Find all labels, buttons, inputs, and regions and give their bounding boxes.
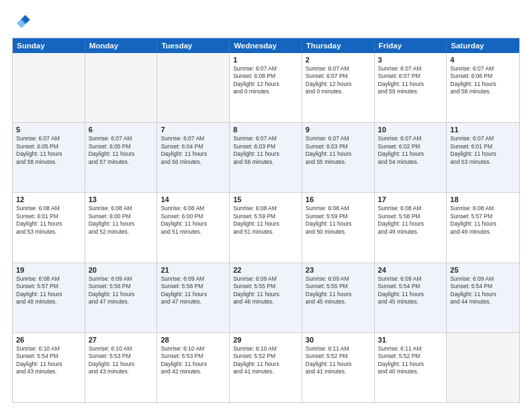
day-info-20: Sunrise: 6:09 AMSunset: 5:56 PMDaylight:…: [89, 275, 154, 306]
empty-cell-4-6: [447, 333, 519, 402]
day-cell-13: 13Sunrise: 6:08 AMSunset: 6:00 PMDayligh…: [85, 193, 158, 262]
day-info-14: Sunrise: 6:08 AMSunset: 6:00 PMDaylight:…: [161, 205, 226, 236]
day-info-1: Sunrise: 6:07 AMSunset: 6:08 PMDaylight:…: [233, 65, 298, 96]
day-info-30: Sunrise: 6:11 AMSunset: 5:52 PMDaylight:…: [306, 345, 371, 376]
day-cell-11: 11Sunrise: 6:07 AMSunset: 6:01 PMDayligh…: [447, 123, 519, 192]
day-cell-4: 4Sunrise: 6:07 AMSunset: 6:06 PMDaylight…: [447, 53, 519, 122]
day-info-22: Sunrise: 6:09 AMSunset: 5:55 PMDaylight:…: [233, 275, 298, 306]
day-cell-24: 24Sunrise: 6:09 AMSunset: 5:54 PMDayligh…: [375, 263, 447, 332]
day-cell-10: 10Sunrise: 6:07 AMSunset: 6:02 PMDayligh…: [375, 123, 447, 192]
day-number-31: 31: [378, 336, 443, 344]
day-number-11: 11: [450, 126, 516, 134]
day-number-8: 8: [233, 126, 298, 134]
day-cell-12: 12Sunrise: 6:08 AMSunset: 6:01 PMDayligh…: [13, 193, 85, 262]
day-info-15: Sunrise: 6:08 AMSunset: 5:59 PMDaylight:…: [233, 205, 298, 236]
day-info-3: Sunrise: 6:07 AMSunset: 6:07 PMDaylight:…: [378, 65, 443, 96]
calendar-row-0: 1Sunrise: 6:07 AMSunset: 6:08 PMDaylight…: [13, 53, 519, 122]
header-day-thursday: Thursday: [302, 38, 375, 53]
header-day-tuesday: Tuesday: [157, 38, 230, 53]
calendar-row-1: 5Sunrise: 6:07 AMSunset: 6:05 PMDaylight…: [13, 122, 519, 192]
page: SundayMondayTuesdayWednesdayThursdayFrid…: [0, 0, 532, 411]
day-cell-25: 25Sunrise: 6:09 AMSunset: 5:54 PMDayligh…: [447, 263, 519, 332]
day-number-22: 22: [233, 266, 298, 274]
day-info-18: Sunrise: 6:08 AMSunset: 5:57 PMDaylight:…: [450, 205, 516, 236]
day-cell-22: 22Sunrise: 6:09 AMSunset: 5:55 PMDayligh…: [230, 263, 302, 332]
day-number-26: 26: [16, 336, 81, 344]
day-info-10: Sunrise: 6:07 AMSunset: 6:02 PMDaylight:…: [378, 135, 443, 166]
logo-icon: [12, 12, 31, 31]
day-number-15: 15: [233, 195, 298, 203]
day-info-19: Sunrise: 6:08 AMSunset: 5:57 PMDaylight:…: [16, 275, 81, 306]
day-info-25: Sunrise: 6:09 AMSunset: 5:54 PMDaylight:…: [450, 275, 516, 306]
day-cell-28: 28Sunrise: 6:10 AMSunset: 5:53 PMDayligh…: [157, 333, 230, 402]
day-number-28: 28: [161, 336, 226, 344]
day-info-5: Sunrise: 6:07 AMSunset: 6:05 PMDaylight:…: [16, 135, 81, 166]
day-info-2: Sunrise: 6:07 AMSunset: 6:07 PMDaylight:…: [306, 65, 371, 96]
day-cell-1: 1Sunrise: 6:07 AMSunset: 6:08 PMDaylight…: [230, 53, 302, 122]
day-cell-9: 9Sunrise: 6:07 AMSunset: 6:03 PMDaylight…: [302, 123, 375, 192]
day-info-21: Sunrise: 6:09 AMSunset: 5:56 PMDaylight:…: [161, 275, 226, 306]
day-number-30: 30: [306, 336, 371, 344]
day-info-24: Sunrise: 6:09 AMSunset: 5:54 PMDaylight:…: [378, 275, 443, 306]
day-info-23: Sunrise: 6:09 AMSunset: 5:55 PMDaylight:…: [306, 275, 371, 306]
calendar-header: SundayMondayTuesdayWednesdayThursdayFrid…: [13, 38, 519, 53]
day-cell-29: 29Sunrise: 6:10 AMSunset: 5:52 PMDayligh…: [230, 333, 302, 402]
day-number-29: 29: [233, 336, 298, 344]
day-number-10: 10: [378, 126, 443, 134]
header: [12, 12, 520, 31]
header-day-friday: Friday: [375, 38, 447, 53]
empty-cell-0-2: [157, 53, 230, 122]
day-info-17: Sunrise: 6:08 AMSunset: 5:58 PMDaylight:…: [378, 205, 443, 236]
day-number-9: 9: [306, 126, 371, 134]
day-number-3: 3: [378, 56, 443, 64]
day-cell-15: 15Sunrise: 6:08 AMSunset: 5:59 PMDayligh…: [230, 193, 302, 262]
day-info-29: Sunrise: 6:10 AMSunset: 5:52 PMDaylight:…: [233, 345, 298, 376]
header-day-saturday: Saturday: [447, 38, 519, 53]
day-cell-5: 5Sunrise: 6:07 AMSunset: 6:05 PMDaylight…: [13, 123, 85, 192]
day-number-16: 16: [306, 195, 371, 203]
day-info-9: Sunrise: 6:07 AMSunset: 6:03 PMDaylight:…: [306, 135, 371, 166]
day-info-28: Sunrise: 6:10 AMSunset: 5:53 PMDaylight:…: [161, 345, 226, 376]
day-number-27: 27: [89, 336, 154, 344]
day-info-16: Sunrise: 6:08 AMSunset: 5:59 PMDaylight:…: [306, 205, 371, 236]
day-number-21: 21: [161, 266, 226, 274]
day-info-8: Sunrise: 6:07 AMSunset: 6:03 PMDaylight:…: [233, 135, 298, 166]
calendar: SundayMondayTuesdayWednesdayThursdayFrid…: [12, 38, 520, 403]
day-cell-6: 6Sunrise: 6:07 AMSunset: 6:05 PMDaylight…: [85, 123, 158, 192]
day-number-7: 7: [161, 126, 226, 134]
day-number-12: 12: [16, 195, 81, 203]
empty-cell-0-1: [85, 53, 158, 122]
day-number-19: 19: [16, 266, 81, 274]
day-number-18: 18: [450, 195, 516, 203]
day-info-12: Sunrise: 6:08 AMSunset: 6:01 PMDaylight:…: [16, 205, 81, 236]
empty-cell-0-0: [13, 53, 85, 122]
day-cell-16: 16Sunrise: 6:08 AMSunset: 5:59 PMDayligh…: [302, 193, 375, 262]
header-day-monday: Monday: [85, 38, 158, 53]
day-number-23: 23: [306, 266, 371, 274]
day-info-26: Sunrise: 6:10 AMSunset: 5:54 PMDaylight:…: [16, 345, 81, 376]
day-number-1: 1: [233, 56, 298, 64]
day-cell-20: 20Sunrise: 6:09 AMSunset: 5:56 PMDayligh…: [85, 263, 158, 332]
day-number-2: 2: [306, 56, 371, 64]
day-number-20: 20: [89, 266, 154, 274]
day-cell-23: 23Sunrise: 6:09 AMSunset: 5:55 PMDayligh…: [302, 263, 375, 332]
day-cell-18: 18Sunrise: 6:08 AMSunset: 5:57 PMDayligh…: [447, 193, 519, 262]
day-number-4: 4: [450, 56, 516, 64]
header-day-wednesday: Wednesday: [230, 38, 302, 53]
day-cell-2: 2Sunrise: 6:07 AMSunset: 6:07 PMDaylight…: [302, 53, 375, 122]
day-cell-30: 30Sunrise: 6:11 AMSunset: 5:52 PMDayligh…: [302, 333, 375, 402]
day-info-27: Sunrise: 6:10 AMSunset: 5:53 PMDaylight:…: [89, 345, 154, 376]
day-number-5: 5: [16, 126, 81, 134]
day-cell-26: 26Sunrise: 6:10 AMSunset: 5:54 PMDayligh…: [13, 333, 85, 402]
day-number-13: 13: [89, 195, 154, 203]
day-cell-17: 17Sunrise: 6:08 AMSunset: 5:58 PMDayligh…: [375, 193, 447, 262]
day-info-11: Sunrise: 6:07 AMSunset: 6:01 PMDaylight:…: [450, 135, 516, 166]
calendar-body: 1Sunrise: 6:07 AMSunset: 6:08 PMDaylight…: [13, 53, 519, 402]
day-cell-7: 7Sunrise: 6:07 AMSunset: 6:04 PMDaylight…: [157, 123, 230, 192]
day-info-7: Sunrise: 6:07 AMSunset: 6:04 PMDaylight:…: [161, 135, 226, 166]
day-number-25: 25: [450, 266, 516, 274]
day-cell-21: 21Sunrise: 6:09 AMSunset: 5:56 PMDayligh…: [157, 263, 230, 332]
day-cell-14: 14Sunrise: 6:08 AMSunset: 6:00 PMDayligh…: [157, 193, 230, 262]
day-number-14: 14: [161, 195, 226, 203]
day-cell-31: 31Sunrise: 6:11 AMSunset: 5:52 PMDayligh…: [375, 333, 447, 402]
